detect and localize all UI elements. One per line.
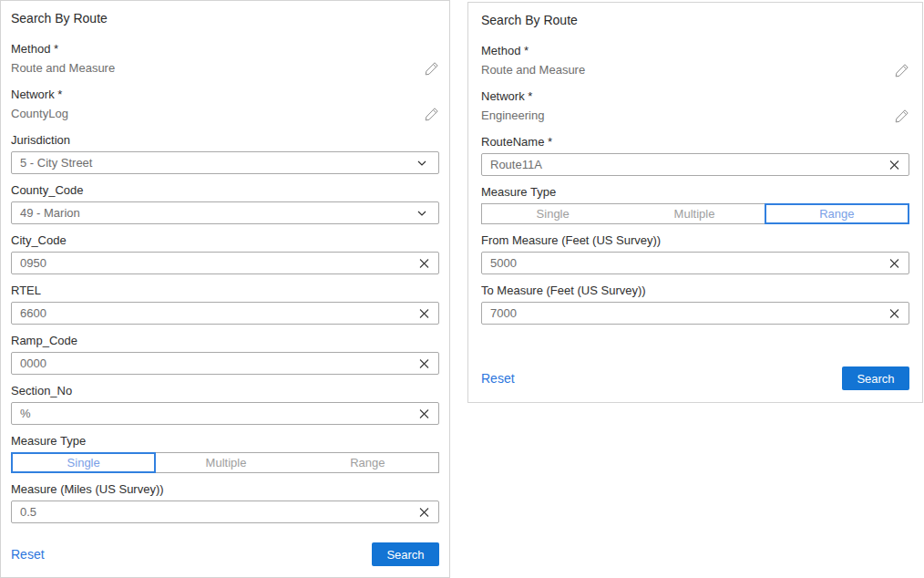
jurisdiction-selected-value: 5 - City Street <box>20 156 92 170</box>
measure-type-option-multiple[interactable]: Multiple <box>623 204 765 223</box>
edit-pencil-icon[interactable] <box>895 63 909 77</box>
measure-field: Measure (Miles (US Survey)) <box>11 481 439 523</box>
edit-pencil-icon[interactable] <box>425 107 439 121</box>
ramp-code-field: Ramp_Code <box>11 333 439 375</box>
section-no-field: Section_No <box>11 383 439 425</box>
search-by-route-panel-right: Search By Route Method * Route and Measu… <box>467 2 923 403</box>
clear-x-icon[interactable] <box>416 406 432 421</box>
route-name-label: RouteName * <box>481 134 909 150</box>
jurisdiction-select[interactable]: 5 - City Street <box>11 151 439 174</box>
measure-label: Measure (Miles (US Survey)) <box>11 481 439 497</box>
clear-x-icon[interactable] <box>887 305 902 321</box>
measure-type-option-range[interactable]: Range <box>765 203 909 224</box>
search-button[interactable]: Search <box>372 542 439 566</box>
network-value: CountyLog <box>11 107 68 120</box>
footer-actions: Reset Search <box>11 542 439 566</box>
measure-type-segmented: Single Multiple Range <box>481 203 909 224</box>
rtel-input[interactable] <box>12 303 438 324</box>
search-button[interactable]: Search <box>842 366 909 390</box>
county-code-label: County_Code <box>11 182 439 198</box>
clear-x-icon[interactable] <box>416 255 432 271</box>
city-code-label: City_Code <box>11 232 439 248</box>
rtel-label: RTEL <box>11 283 439 298</box>
city-code-input[interactable] <box>12 253 438 274</box>
county-code-select[interactable]: 49 - Marion <box>11 201 439 224</box>
jurisdiction-field: Jurisdiction 5 - City Street <box>11 132 439 174</box>
clear-x-icon[interactable] <box>416 356 432 371</box>
network-label: Network * <box>11 87 439 102</box>
clear-x-icon[interactable] <box>887 157 902 172</box>
from-measure-field: From Measure (Feet (US Survey)) <box>481 232 909 274</box>
network-field: Network * CountyLog <box>11 87 439 121</box>
measure-type-option-single[interactable]: Single <box>11 452 156 473</box>
rtel-field: RTEL <box>11 283 439 325</box>
section-no-input[interactable] <box>12 403 438 424</box>
measure-input[interactable] <box>12 501 438 522</box>
network-value: Engineering <box>481 108 544 122</box>
reset-link[interactable]: Reset <box>11 547 45 562</box>
method-value: Route and Measure <box>11 61 115 75</box>
measure-type-label: Measure Type <box>481 184 909 200</box>
jurisdiction-label: Jurisdiction <box>11 132 439 148</box>
network-field: Network * Engineering <box>481 88 909 123</box>
measure-type-option-multiple[interactable]: Multiple <box>155 453 296 472</box>
ramp-code-label: Ramp_Code <box>11 333 439 348</box>
measure-type-segmented: Single Multiple Range <box>11 452 439 473</box>
to-measure-field: To Measure (Feet (US Survey)) <box>481 283 909 325</box>
edit-pencil-icon[interactable] <box>895 108 909 123</box>
route-name-field: RouteName * <box>481 134 909 176</box>
method-field: Method * Route and Measure <box>481 43 909 77</box>
measure-type-field: Measure Type Single Multiple Range <box>11 433 439 473</box>
search-by-route-panel-left: Search By Route Method * Route and Measu… <box>0 0 450 578</box>
method-field: Method * Route and Measure <box>11 41 439 76</box>
county-code-selected-value: 49 - Marion <box>20 206 80 220</box>
to-measure-input[interactable] <box>482 303 909 324</box>
footer-actions: Reset Search <box>481 366 909 390</box>
network-label: Network * <box>481 88 909 104</box>
reset-link[interactable]: Reset <box>481 371 515 386</box>
route-name-input[interactable] <box>482 154 909 175</box>
section-no-label: Section_No <box>11 383 439 398</box>
to-measure-label: To Measure (Feet (US Survey)) <box>481 283 909 298</box>
from-measure-input[interactable] <box>482 253 909 274</box>
measure-type-option-single[interactable]: Single <box>482 204 623 223</box>
from-measure-label: From Measure (Feet (US Survey)) <box>481 232 909 248</box>
page-title: Search By Route <box>481 10 909 30</box>
clear-x-icon[interactable] <box>416 504 432 520</box>
clear-x-icon[interactable] <box>416 305 432 321</box>
method-label: Method * <box>481 43 909 58</box>
county-code-field: County_Code 49 - Marion <box>11 182 439 224</box>
edit-pencil-icon[interactable] <box>425 61 439 76</box>
measure-type-label: Measure Type <box>11 433 439 449</box>
city-code-field: City_Code <box>11 232 439 274</box>
method-label: Method * <box>11 41 439 57</box>
chevron-down-icon <box>417 211 426 216</box>
ramp-code-input[interactable] <box>12 353 438 374</box>
measure-type-field: Measure Type Single Multiple Range <box>481 184 909 224</box>
chevron-down-icon <box>417 160 426 166</box>
method-value: Route and Measure <box>481 63 585 77</box>
clear-x-icon[interactable] <box>887 255 902 271</box>
page-title: Search By Route <box>11 8 439 28</box>
measure-type-option-range[interactable]: Range <box>297 453 438 472</box>
